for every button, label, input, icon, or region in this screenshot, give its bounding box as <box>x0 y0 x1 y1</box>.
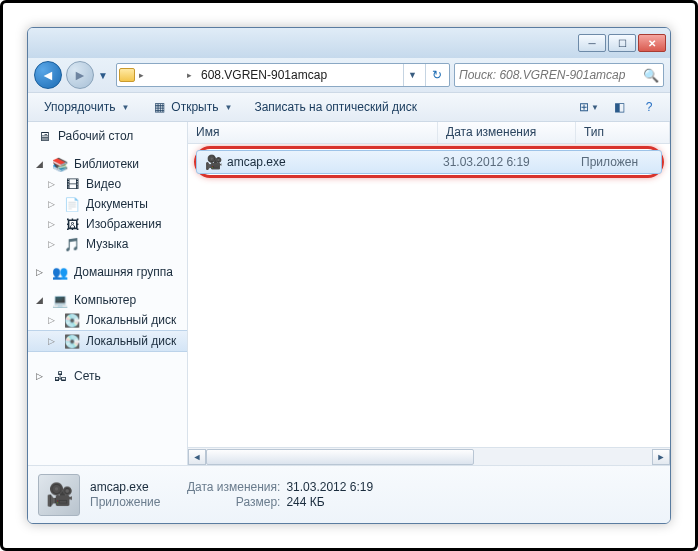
sidebar-item-localdisk-2[interactable]: ▷ 💽 Локальный диск <box>28 330 187 352</box>
sidebar-item-label: Компьютер <box>74 293 136 307</box>
scroll-thumb[interactable] <box>206 449 474 465</box>
horizontal-scrollbar[interactable]: ◄ ► <box>188 447 670 465</box>
scroll-left-button[interactable]: ◄ <box>188 449 206 465</box>
open-button[interactable]: ▦ Открыть ▼ <box>143 96 240 118</box>
file-date: 31.03.2012 6:19 <box>443 155 581 169</box>
sidebar-item-label: Изображения <box>86 217 161 231</box>
details-pane: 🎥 amcap.exe Приложение Дата изменения: 3… <box>28 465 670 523</box>
sidebar-item-desktop[interactable]: 🖥 Рабочий стол <box>28 126 187 146</box>
burn-label: Записать на оптический диск <box>254 100 417 114</box>
address-path: 608.VGREN-901amcap <box>201 68 399 82</box>
documents-icon: 📄 <box>64 196 80 212</box>
expand-icon: ▷ <box>48 336 58 346</box>
computer-icon: 💻 <box>52 292 68 308</box>
sidebar-item-network[interactable]: ▷ 🖧 Сеть <box>28 366 187 386</box>
exe-icon: 🎥 <box>203 153 223 171</box>
sidebar-item-label: Музыка <box>86 237 128 251</box>
drive-icon: 💽 <box>64 312 80 328</box>
homegroup-icon: 👥 <box>52 264 68 280</box>
preview-pane-button[interactable]: ◧ <box>606 96 632 118</box>
refresh-button[interactable]: ↻ <box>425 64 447 86</box>
details-size-label: Размер: <box>170 495 280 510</box>
search-box[interactable]: 🔍 <box>454 63 664 87</box>
sidebar-item-libraries[interactable]: ◢ 📚 Библиотеки <box>28 154 187 174</box>
organize-button[interactable]: Упорядочить ▼ <box>36 97 137 117</box>
organize-label: Упорядочить <box>44 100 115 114</box>
sidebar-item-label: Рабочий стол <box>58 129 133 143</box>
help-button[interactable]: ? <box>636 96 662 118</box>
screenshot-frame: ─ ☐ ✕ ◄ ► ▼ ▸ ▸ 608.VGREN-901amcap ▼ ↻ 🔍… <box>0 0 698 551</box>
expand-icon: ▷ <box>48 315 58 325</box>
sidebar-item-label: Домашняя группа <box>74 265 173 279</box>
folder-icon <box>119 68 135 82</box>
column-name[interactable]: Имя <box>188 122 438 143</box>
details-date-value: 31.03.2012 6:19 <box>286 480 373 495</box>
sidebar-item-video[interactable]: ▷ 🎞 Видео <box>28 174 187 194</box>
expand-icon: ▷ <box>36 267 46 277</box>
column-date[interactable]: Дата изменения <box>438 122 576 143</box>
sidebar-item-label: Видео <box>86 177 121 191</box>
expand-icon: ▷ <box>48 219 58 229</box>
file-type: Приложен <box>581 155 661 169</box>
desktop-icon: 🖥 <box>36 128 52 144</box>
details-filetype: Приложение <box>90 495 160 510</box>
expand-icon: ◢ <box>36 159 46 169</box>
video-icon: 🎞 <box>64 176 80 192</box>
sidebar-item-pictures[interactable]: ▷ 🖼 Изображения <box>28 214 187 234</box>
sidebar-item-label: Документы <box>86 197 148 211</box>
details-date-label: Дата изменения: <box>170 480 280 495</box>
scroll-track[interactable] <box>206 449 652 465</box>
sidebar-item-label: Локальный диск <box>86 313 176 327</box>
explorer-window: ─ ☐ ✕ ◄ ► ▼ ▸ ▸ 608.VGREN-901amcap ▼ ↻ 🔍… <box>27 27 671 524</box>
file-large-icon: 🎥 <box>38 474 80 516</box>
music-icon: 🎵 <box>64 236 80 252</box>
breadcrumb-sep-icon: ▸ <box>187 70 197 80</box>
nav-sidebar: 🖥 Рабочий стол ◢ 📚 Библиотеки ▷ 🎞 Видео … <box>28 122 188 465</box>
open-label: Открыть <box>171 100 218 114</box>
forward-button[interactable]: ► <box>66 61 94 89</box>
breadcrumb-sep-icon: ▸ <box>139 70 149 80</box>
chevron-down-icon: ▼ <box>121 103 129 112</box>
sidebar-item-label: Сеть <box>74 369 101 383</box>
sidebar-item-label: Локальный диск <box>86 334 176 348</box>
details-size-value: 244 КБ <box>286 495 324 510</box>
expand-icon: ▷ <box>36 371 46 381</box>
titlebar: ─ ☐ ✕ <box>28 28 670 58</box>
address-bar[interactable]: ▸ ▸ 608.VGREN-901amcap ▼ ↻ <box>116 63 450 87</box>
details-filename: amcap.exe <box>90 480 160 495</box>
drive-icon: 💽 <box>64 333 80 349</box>
file-name: amcap.exe <box>227 155 443 169</box>
close-button[interactable]: ✕ <box>638 34 666 52</box>
details-meta: Дата изменения: 31.03.2012 6:19 Размер: … <box>170 480 373 510</box>
back-button[interactable]: ◄ <box>34 61 62 89</box>
body: 🖥 Рабочий стол ◢ 📚 Библиотеки ▷ 🎞 Видео … <box>28 122 670 465</box>
file-row[interactable]: 🎥 amcap.exe 31.03.2012 6:19 Приложен <box>196 150 662 174</box>
column-headers: Имя Дата изменения Тип <box>188 122 670 144</box>
file-list[interactable]: 🎥 amcap.exe 31.03.2012 6:19 Приложен <box>188 144 670 447</box>
minimize-button[interactable]: ─ <box>578 34 606 52</box>
search-input[interactable] <box>459 68 639 82</box>
nav-history-dropdown[interactable]: ▼ <box>98 70 112 81</box>
search-icon[interactable]: 🔍 <box>643 68 659 83</box>
expand-icon: ▷ <box>48 199 58 209</box>
app-icon: ▦ <box>151 99 167 115</box>
view-options-button[interactable]: ⊞▼ <box>576 96 602 118</box>
burn-button[interactable]: Записать на оптический диск <box>246 97 425 117</box>
libraries-icon: 📚 <box>52 156 68 172</box>
scroll-right-button[interactable]: ► <box>652 449 670 465</box>
network-icon: 🖧 <box>52 368 68 384</box>
maximize-button[interactable]: ☐ <box>608 34 636 52</box>
address-dropdown-icon[interactable]: ▼ <box>403 64 421 86</box>
sidebar-item-homegroup[interactable]: ▷ 👥 Домашняя группа <box>28 262 187 282</box>
expand-icon: ▷ <box>48 179 58 189</box>
sidebar-item-music[interactable]: ▷ 🎵 Музыка <box>28 234 187 254</box>
sidebar-item-localdisk-1[interactable]: ▷ 💽 Локальный диск <box>28 310 187 330</box>
pictures-icon: 🖼 <box>64 216 80 232</box>
expand-icon: ▷ <box>48 239 58 249</box>
details-main: amcap.exe Приложение <box>90 480 160 510</box>
sidebar-item-documents[interactable]: ▷ 📄 Документы <box>28 194 187 214</box>
sidebar-item-label: Библиотеки <box>74 157 139 171</box>
chevron-down-icon: ▼ <box>224 103 232 112</box>
sidebar-item-computer[interactable]: ◢ 💻 Компьютер <box>28 290 187 310</box>
column-type[interactable]: Тип <box>576 122 670 143</box>
